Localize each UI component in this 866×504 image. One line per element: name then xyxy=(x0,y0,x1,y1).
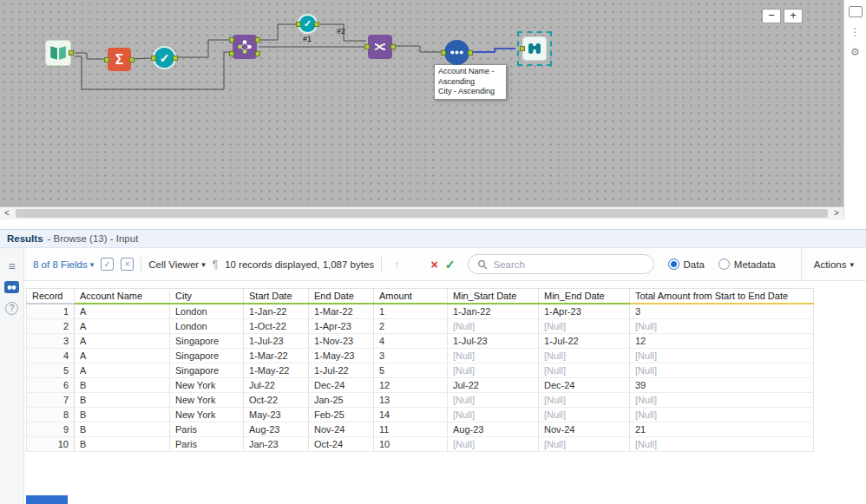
column-header[interactable]: Start Date xyxy=(244,289,309,304)
record-number-cell[interactable]: 8 xyxy=(27,408,75,422)
data-cell[interactable]: London xyxy=(170,319,244,334)
record-number-cell[interactable]: 9 xyxy=(27,422,75,437)
data-cell[interactable]: Singapore xyxy=(170,349,244,363)
data-cell[interactable]: B xyxy=(75,408,170,422)
data-cell[interactable]: London xyxy=(170,304,244,319)
join-tool[interactable] xyxy=(233,35,257,59)
data-cell[interactable]: [Null] xyxy=(539,319,630,334)
cancel-box-icon[interactable]: × xyxy=(121,258,134,271)
output-anchor[interactable] xyxy=(314,22,319,27)
data-cell[interactable]: 1 xyxy=(374,304,448,319)
table-row[interactable]: 6BNew YorkJul-22Dec-2412Jul-22Dec-2439 xyxy=(27,378,814,393)
browse-tool[interactable] xyxy=(522,36,547,61)
column-header[interactable]: Total Amount from Start to End Date xyxy=(630,289,814,304)
data-cell[interactable]: 1-May-23 xyxy=(309,349,374,363)
input-anchor[interactable] xyxy=(229,37,234,43)
input-anchor[interactable] xyxy=(441,50,446,56)
data-cell[interactable]: [Null] xyxy=(630,319,814,334)
formula-check-tool[interactable]: ✓ xyxy=(153,46,176,69)
record-number-cell[interactable]: 1 xyxy=(27,304,75,319)
input-anchor[interactable] xyxy=(151,56,156,61)
record-number-cell[interactable]: 7 xyxy=(27,393,75,408)
data-cell[interactable]: [Null] xyxy=(448,349,539,363)
data-cell[interactable]: 1-Apr-23 xyxy=(539,304,630,319)
record-number-cell[interactable]: 2 xyxy=(27,319,75,334)
data-cell[interactable]: [Null] xyxy=(630,393,814,408)
data-cell[interactable]: 39 xyxy=(630,378,814,393)
test-check-tool[interactable]: ✓ xyxy=(298,14,318,34)
data-cell[interactable]: A xyxy=(75,319,170,334)
data-cell[interactable]: Dec-24 xyxy=(539,378,630,393)
record-number-cell[interactable]: 5 xyxy=(27,363,75,378)
data-cell[interactable]: New York xyxy=(170,408,244,422)
output-anchor[interactable] xyxy=(255,51,260,56)
data-cell[interactable]: 1-Mar-22 xyxy=(309,304,374,319)
record-number-cell[interactable]: 4 xyxy=(27,349,75,363)
data-cell[interactable]: 13 xyxy=(374,393,448,408)
record-number-cell[interactable]: 6 xyxy=(27,378,75,393)
metadata-radio[interactable]: Metadata xyxy=(718,259,776,270)
input-anchor[interactable] xyxy=(520,46,525,51)
table-row[interactable]: 10BParisJan-23Oct-2410[Null][Null][Null] xyxy=(27,437,814,452)
output-anchor[interactable] xyxy=(173,56,178,61)
data-cell[interactable]: 1-Apr-23 xyxy=(309,319,374,334)
data-cell[interactable]: [Null] xyxy=(539,393,630,408)
data-cell[interactable]: 5 xyxy=(374,363,448,378)
data-cell[interactable]: [Null] xyxy=(630,363,814,378)
actions-dropdown[interactable]: Actions ▾ xyxy=(801,248,866,280)
input-anchor[interactable] xyxy=(229,51,234,56)
data-cell[interactable]: Oct-22 xyxy=(244,393,309,408)
table-row[interactable]: 2ALondon1-Oct-221-Apr-232[Null][Null][Nu… xyxy=(27,319,814,334)
data-cell[interactable]: A xyxy=(75,304,170,319)
data-cell[interactable]: [Null] xyxy=(539,408,630,422)
data-cell[interactable]: Feb-25 xyxy=(309,408,374,422)
data-cell[interactable]: Jul-22 xyxy=(244,378,309,393)
data-cell[interactable]: Nov-24 xyxy=(539,422,630,437)
data-cell[interactable]: 3 xyxy=(630,304,814,319)
data-cell[interactable]: 1-Jul-22 xyxy=(309,363,374,378)
data-cell[interactable]: 3 xyxy=(374,349,448,363)
data-cell[interactable]: 10 xyxy=(374,437,448,452)
tools-dots-icon[interactable]: ⋮ xyxy=(850,27,861,37)
data-cell[interactable]: Paris xyxy=(170,437,244,452)
input-anchor[interactable] xyxy=(364,44,370,49)
column-header[interactable]: Min_End Date xyxy=(539,289,630,304)
data-cell[interactable]: 1-Oct-22 xyxy=(244,319,309,334)
summarize-tool[interactable]: Σ xyxy=(108,48,131,71)
data-cell[interactable]: Aug-23 xyxy=(244,422,309,437)
data-cell[interactable]: 1-Jan-22 xyxy=(448,304,539,319)
scroll-right-icon[interactable]: > xyxy=(830,207,843,219)
table-row[interactable]: 1ALondon1-Jan-221-Mar-2211-Jan-221-Apr-2… xyxy=(27,304,814,319)
data-cell[interactable]: [Null] xyxy=(448,363,539,378)
checkbox-icon[interactable]: ✓ xyxy=(101,258,114,271)
record-number-cell[interactable]: 3 xyxy=(27,334,75,349)
data-cell[interactable]: [Null] xyxy=(448,393,539,408)
output-anchor[interactable] xyxy=(129,57,134,62)
column-header[interactable]: End Date xyxy=(309,289,374,304)
browse-anchor-icon[interactable] xyxy=(4,281,19,293)
data-cell[interactable]: 14 xyxy=(374,408,448,422)
running-total-tool[interactable] xyxy=(444,40,469,65)
overview-panel-icon[interactable] xyxy=(849,6,863,17)
data-cell[interactable]: Dec-24 xyxy=(309,378,374,393)
output-anchor[interactable] xyxy=(69,50,74,56)
data-cell[interactable]: [Null] xyxy=(630,437,814,452)
up-arrow-icon[interactable]: ↑ xyxy=(394,258,400,271)
cell-viewer-dropdown[interactable]: Cell Viewer ▾ xyxy=(148,259,205,270)
data-cell[interactable]: 1-Jul-22 xyxy=(539,334,630,349)
config-list-icon[interactable]: ≡ xyxy=(8,260,15,272)
table-row[interactable]: 8BNew YorkMay-23Feb-2514[Null][Null][Nul… xyxy=(27,408,814,422)
help-icon[interactable]: ? xyxy=(5,302,18,315)
zoom-in-button[interactable]: + xyxy=(784,9,803,23)
data-cell[interactable]: [Null] xyxy=(539,437,630,452)
data-cell[interactable]: Jan-25 xyxy=(309,393,374,408)
output-anchor[interactable] xyxy=(390,44,396,49)
apply-filter-icon[interactable]: ✓ xyxy=(445,258,456,272)
search-input[interactable] xyxy=(494,259,645,270)
table-row[interactable]: 7BNew YorkOct-22Jan-2513[Null][Null][Nul… xyxy=(27,393,814,408)
search-box[interactable] xyxy=(468,254,654,274)
output-anchor[interactable] xyxy=(468,50,473,56)
data-cell[interactable]: Singapore xyxy=(170,334,244,349)
scrollbar-thumb[interactable] xyxy=(16,209,828,218)
input-anchor[interactable] xyxy=(104,57,109,62)
